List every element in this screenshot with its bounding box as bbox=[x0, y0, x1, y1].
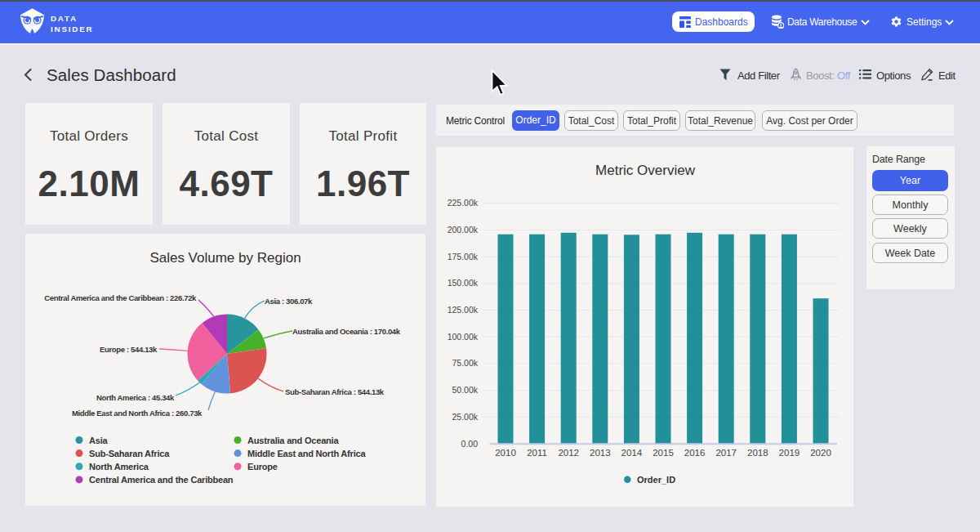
svg-text:Australia and Oceania : 170.04: Australia and Oceania : 170.04k bbox=[292, 327, 401, 336]
svg-text:150.00k: 150.00k bbox=[448, 278, 479, 288]
svg-text:Sales Volume by Region: Sales Volume by Region bbox=[149, 250, 301, 266]
svg-text:Australia and Oceania: Australia and Oceania bbox=[247, 436, 339, 445]
svg-text:2018: 2018 bbox=[747, 448, 768, 458]
svg-text:Sub-Saharan Africa: Sub-Saharan Africa bbox=[89, 449, 170, 458]
svg-text:2011: 2011 bbox=[527, 448, 547, 458]
svg-text:50.00k: 50.00k bbox=[452, 385, 478, 395]
svg-text:2020: 2020 bbox=[810, 448, 831, 458]
svg-text:Middle East and North Africa :: Middle East and North Africa : 260.73k bbox=[72, 409, 203, 418]
svg-text:200.00k: 200.00k bbox=[448, 225, 479, 235]
svg-text:2017: 2017 bbox=[715, 448, 737, 458]
svg-text:2012: 2012 bbox=[558, 448, 579, 458]
svg-text:Middle East and North Africa: Middle East and North Africa bbox=[247, 449, 366, 458]
svg-text:125.00k: 125.00k bbox=[448, 305, 479, 315]
svg-text:100.00k: 100.00k bbox=[448, 332, 479, 342]
svg-text:2016: 2016 bbox=[684, 448, 706, 458]
svg-text:North America: North America bbox=[89, 462, 149, 472]
svg-text:Metric Overview: Metric Overview bbox=[595, 163, 696, 178]
svg-text:2015: 2015 bbox=[653, 448, 674, 458]
svg-text:Order_ID: Order_ID bbox=[637, 475, 675, 485]
svg-text:225.00k: 225.00k bbox=[448, 198, 479, 208]
svg-text:2013: 2013 bbox=[590, 448, 611, 458]
svg-text:Europe : 544.13k: Europe : 544.13k bbox=[100, 345, 158, 354]
svg-text:Sub-Saharan Africa : 544.13k: Sub-Saharan Africa : 544.13k bbox=[285, 387, 385, 396]
svg-text:2019: 2019 bbox=[779, 448, 800, 458]
svg-text:175.00k: 175.00k bbox=[448, 252, 479, 262]
svg-text:75.00k: 75.00k bbox=[452, 358, 478, 368]
svg-text:North America : 45.34k: North America : 45.34k bbox=[96, 393, 175, 402]
svg-text:Asia: Asia bbox=[89, 436, 109, 445]
svg-text:25.00k: 25.00k bbox=[452, 412, 478, 422]
svg-text:Asia : 306.07k: Asia : 306.07k bbox=[265, 297, 313, 306]
svg-text:Central America and the Caribb: Central America and the Caribbean : 226.… bbox=[44, 293, 197, 302]
svg-text:Central America and the Caribb: Central America and the Caribbean bbox=[89, 475, 234, 485]
svg-text:0.00: 0.00 bbox=[461, 439, 479, 449]
svg-text:2014: 2014 bbox=[621, 448, 643, 458]
svg-text:Europe: Europe bbox=[247, 462, 278, 472]
svg-text:2010: 2010 bbox=[495, 448, 516, 458]
